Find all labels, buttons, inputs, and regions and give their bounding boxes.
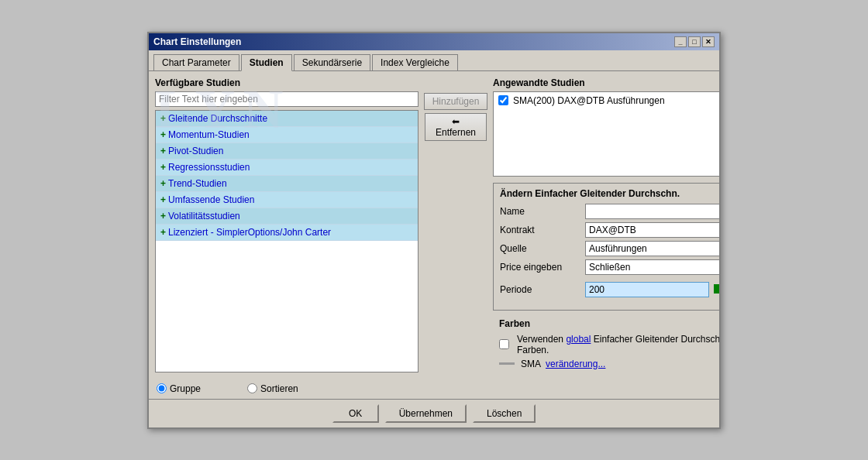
study-item-momentum[interactable]: +Momentum-Studien bbox=[156, 127, 418, 143]
applied-studies-title: Angewandte Studien bbox=[493, 77, 719, 88]
remove-button[interactable]: ⬅ ⬅ EntfernenEntfernen bbox=[425, 113, 487, 141]
tab-bar: Chart Parameter Studien Sekundärserie In… bbox=[149, 50, 719, 70]
tab-index-vergleiche[interactable]: Index Vergleiche bbox=[372, 54, 458, 71]
period-label: Periode bbox=[500, 284, 585, 295]
contract-input[interactable] bbox=[585, 222, 719, 238]
study-item-umfassende[interactable]: +Umfassende Studien bbox=[156, 192, 418, 208]
edit-section: Ändern Einfacher Gleitender Durchschn. N… bbox=[493, 183, 719, 311]
tab-studien[interactable]: Studien bbox=[241, 54, 292, 71]
title-bar-buttons: _ □ ✕ bbox=[674, 36, 715, 47]
source-select-wrapper: Ausführungen Bid Ask Letzt ▼ bbox=[585, 241, 719, 256]
applied-item-checkbox[interactable] bbox=[498, 95, 508, 105]
gruppe-radio-item: Gruppe bbox=[157, 383, 201, 394]
sortieren-radio-item: Sortieren bbox=[247, 383, 298, 394]
main-dialog: Chart Einstellungen _ □ ✕ Chart Paramete… bbox=[147, 32, 721, 429]
available-studies-title: Verfügbare Studien bbox=[155, 77, 418, 88]
left-panel: Verfügbare Studien +Gleitende Durchschni… bbox=[155, 77, 418, 372]
applied-item-label: SMA(200) DAX@DTB Ausführungen bbox=[513, 95, 665, 106]
window-title: Chart Einstellungen bbox=[153, 36, 241, 47]
title-bar: Chart Einstellungen _ □ ✕ bbox=[149, 33, 719, 50]
period-input[interactable] bbox=[585, 282, 709, 297]
source-row: Quelle Ausführungen Bid Ask Letzt ▼ bbox=[500, 241, 719, 256]
arrow-svg bbox=[714, 278, 719, 300]
main-content: Verfügbare Studien +Gleitende Durchschni… bbox=[155, 77, 713, 372]
name-input[interactable] bbox=[585, 204, 719, 219]
sma-color-row: SMA veränderung... bbox=[499, 359, 719, 369]
applied-item-sma: SMA(200) DAX@DTB Ausführungen bbox=[495, 94, 719, 108]
minimize-button[interactable]: _ bbox=[674, 36, 687, 47]
gruppe-label: Gruppe bbox=[170, 383, 201, 394]
price-select[interactable]: Schließen Öffnen Hoch Tief bbox=[585, 259, 719, 275]
green-arrow-icon bbox=[714, 278, 719, 302]
sma-color-swatch bbox=[499, 362, 515, 365]
svg-marker-0 bbox=[714, 280, 719, 298]
bottom-radio-bar: Gruppe Sortieren bbox=[149, 379, 719, 399]
contract-label: Kontrakt bbox=[500, 225, 585, 235]
filter-input[interactable] bbox=[155, 91, 418, 107]
use-global-checkbox[interactable] bbox=[499, 339, 509, 349]
study-item-gleitende[interactable]: +Gleitende Durchschnitte bbox=[156, 111, 418, 127]
close-button[interactable]: ✕ bbox=[702, 36, 715, 47]
tab-content: LYN Verfügbare Studien +Gleitende Durchs… bbox=[149, 70, 719, 379]
price-select-wrapper: Schließen Öffnen Hoch Tief ▼ bbox=[585, 259, 719, 275]
gruppe-radio[interactable] bbox=[157, 383, 167, 393]
edit-section-title: Ändern Einfacher Gleitender Durchschn. bbox=[500, 188, 719, 199]
name-row: Name bbox=[500, 204, 719, 219]
sma-change-link[interactable]: veränderung... bbox=[546, 359, 605, 369]
period-row: Periode bbox=[500, 278, 719, 302]
delete-button[interactable]: Löschen bbox=[473, 404, 536, 423]
applied-studies-section: Angewandte Studien SMA(200) DAX@DTB Ausf… bbox=[493, 77, 719, 177]
source-select[interactable]: Ausführungen Bid Ask Letzt bbox=[585, 241, 719, 256]
source-label: Quelle bbox=[500, 243, 585, 254]
applied-studies-list: SMA(200) DAX@DTB Ausführungen bbox=[493, 91, 719, 177]
study-item-pivot[interactable]: +Pivot-Studien bbox=[156, 143, 418, 160]
name-label: Name bbox=[500, 206, 585, 217]
middle-buttons: Hinzufügen ⬅ ⬅ EntfernenEntfernen bbox=[425, 77, 487, 372]
study-item-trend[interactable]: +Trend-Studien bbox=[156, 176, 418, 192]
colors-title: Farben bbox=[499, 318, 719, 329]
study-list: +Gleitende Durchschnitte +Momentum-Studi… bbox=[155, 110, 418, 372]
use-global-row: Verwenden global Einfacher Gleitender Du… bbox=[499, 334, 719, 355]
price-row: Price eingeben Schließen Öffnen Hoch Tie… bbox=[500, 259, 719, 275]
use-global-label: Verwenden global Einfacher Gleitender Du… bbox=[517, 334, 719, 355]
sortieren-label: Sortieren bbox=[260, 383, 298, 394]
study-item-volatilitaet[interactable]: +Volatilitätsstudien bbox=[156, 208, 418, 225]
maximize-button[interactable]: □ bbox=[688, 36, 701, 47]
sma-label: SMA bbox=[521, 359, 541, 369]
tab-sekundaerserie[interactable]: Sekundärserie bbox=[294, 54, 370, 71]
global-link[interactable]: global bbox=[566, 334, 591, 345]
study-item-lizenziert[interactable]: +Lizenziert - SimplerOptions/John Carter bbox=[156, 225, 418, 241]
bottom-buttons: OK Übernehmen Löschen bbox=[149, 399, 719, 427]
colors-section: Farben Verwenden global Einfacher Gleite… bbox=[493, 315, 719, 372]
tab-chart-parameter[interactable]: Chart Parameter bbox=[153, 54, 239, 71]
contract-row: Kontrakt bbox=[500, 222, 719, 238]
add-button[interactable]: Hinzufügen bbox=[424, 93, 488, 110]
price-label: Price eingeben bbox=[500, 262, 585, 273]
sortieren-radio[interactable] bbox=[247, 383, 257, 393]
ok-button[interactable]: OK bbox=[332, 404, 379, 423]
right-panel: Angewandte Studien SMA(200) DAX@DTB Ausf… bbox=[493, 77, 719, 372]
apply-button[interactable]: Übernehmen bbox=[385, 404, 467, 423]
study-item-regression[interactable]: +Regressionsstudien bbox=[156, 160, 418, 176]
